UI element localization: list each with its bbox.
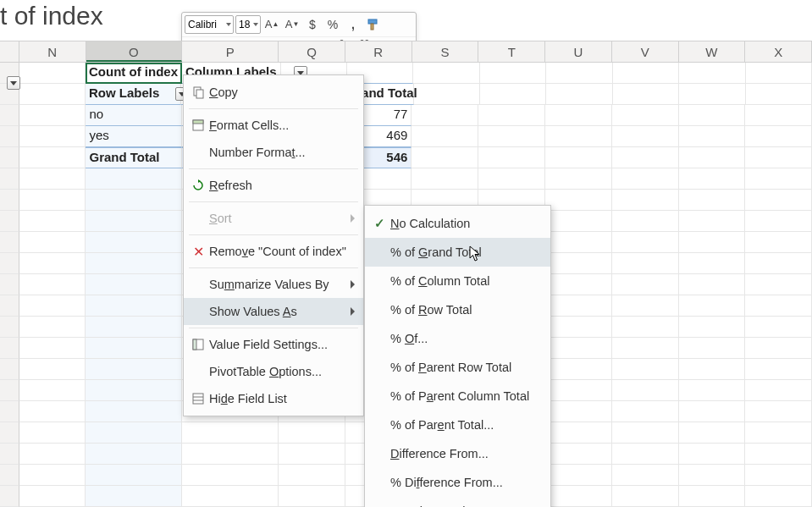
pivot-row-field[interactable]: Row Labels bbox=[86, 84, 181, 105]
cell[interactable] bbox=[19, 486, 86, 507]
sub-pct-column-total[interactable]: % of Column Total bbox=[365, 267, 550, 295]
row-header[interactable] bbox=[0, 190, 19, 211]
cell[interactable] bbox=[279, 422, 345, 444]
cell[interactable] bbox=[19, 295, 86, 317]
cell[interactable] bbox=[19, 105, 86, 126]
cell[interactable] bbox=[612, 190, 679, 211]
cell[interactable] bbox=[86, 401, 182, 422]
cell[interactable] bbox=[545, 444, 612, 465]
cell[interactable] bbox=[545, 338, 612, 359]
cell[interactable] bbox=[612, 253, 679, 274]
sub-pct-parent-column[interactable]: % of Parent Column Total bbox=[365, 382, 550, 411]
format-painter-icon[interactable] bbox=[364, 14, 383, 35]
cell[interactable] bbox=[613, 84, 679, 105]
cell[interactable] bbox=[679, 84, 745, 105]
ctx-copy[interactable]: Copy bbox=[184, 79, 363, 106]
cell[interactable] bbox=[679, 486, 746, 507]
cell[interactable] bbox=[745, 317, 812, 338]
cell[interactable] bbox=[612, 168, 679, 190]
sub-difference-from[interactable]: Difference From... bbox=[365, 439, 550, 468]
cell[interactable] bbox=[86, 486, 182, 507]
cell[interactable] bbox=[478, 105, 545, 126]
sub-no-calculation[interactable]: ✓ No Calculation bbox=[365, 209, 550, 238]
sub-pct-row-total[interactable]: % of Row Total bbox=[365, 295, 550, 324]
decrease-font-icon[interactable]: A▼ bbox=[283, 14, 301, 35]
cell[interactable] bbox=[19, 63, 86, 84]
cell[interactable] bbox=[86, 422, 182, 444]
pivot-row-label[interactable]: no bbox=[86, 105, 182, 126]
cell[interactable] bbox=[612, 422, 679, 444]
cell[interactable] bbox=[182, 422, 279, 444]
cell[interactable] bbox=[746, 63, 812, 84]
cell[interactable] bbox=[612, 465, 679, 486]
pivot-corner-cell[interactable]: Count of index bbox=[86, 63, 182, 84]
row-header[interactable] bbox=[0, 401, 19, 422]
font-size-select[interactable]: 18 bbox=[235, 15, 261, 34]
cell[interactable] bbox=[679, 380, 746, 401]
cell[interactable] bbox=[545, 274, 612, 295]
cell[interactable] bbox=[612, 126, 679, 147]
cell[interactable] bbox=[86, 295, 182, 317]
col-header[interactable]: W bbox=[679, 41, 746, 62]
cell[interactable] bbox=[19, 147, 86, 168]
cell[interactable] bbox=[679, 274, 746, 295]
cell[interactable] bbox=[745, 295, 812, 317]
ctx-show-values-as[interactable]: Show Values As bbox=[184, 298, 363, 325]
row-header[interactable] bbox=[0, 232, 19, 253]
cell[interactable] bbox=[19, 359, 86, 380]
cell[interactable] bbox=[545, 253, 612, 274]
cell[interactable] bbox=[679, 147, 746, 168]
cell[interactable] bbox=[19, 168, 86, 190]
cell[interactable] bbox=[545, 147, 612, 168]
row-header[interactable] bbox=[0, 274, 19, 295]
row-header[interactable] bbox=[0, 147, 19, 168]
cell[interactable] bbox=[86, 465, 182, 486]
font-select[interactable]: Calibri bbox=[185, 15, 234, 34]
row-header[interactable] bbox=[0, 211, 19, 232]
row-header[interactable] bbox=[0, 359, 19, 380]
cell[interactable] bbox=[679, 317, 746, 338]
cell[interactable] bbox=[679, 126, 746, 147]
cell[interactable] bbox=[679, 295, 746, 317]
cell[interactable] bbox=[612, 359, 679, 380]
row-header[interactable] bbox=[0, 253, 19, 274]
cell[interactable] bbox=[745, 444, 812, 465]
cell[interactable] bbox=[612, 317, 679, 338]
row-header[interactable] bbox=[0, 486, 19, 507]
cell[interactable] bbox=[182, 465, 279, 486]
cell[interactable] bbox=[545, 401, 612, 422]
cell[interactable] bbox=[679, 465, 746, 486]
comma-format-icon[interactable]: , bbox=[344, 14, 362, 35]
cell[interactable] bbox=[679, 338, 746, 359]
ctx-pivottable-options[interactable]: PivotTable Options... bbox=[184, 358, 363, 385]
ctx-number-format[interactable]: Number Format... bbox=[184, 139, 363, 166]
cell[interactable] bbox=[480, 63, 546, 84]
col-header[interactable]: S bbox=[412, 41, 479, 62]
cell[interactable] bbox=[279, 486, 345, 507]
cell[interactable] bbox=[679, 211, 746, 232]
cell[interactable] bbox=[86, 211, 182, 232]
cell[interactable] bbox=[19, 338, 86, 359]
autofilter-button[interactable] bbox=[7, 76, 20, 90]
cell[interactable] bbox=[19, 317, 86, 338]
cell[interactable] bbox=[745, 274, 812, 295]
cell[interactable] bbox=[612, 274, 679, 295]
cell[interactable] bbox=[745, 211, 812, 232]
select-all-corner[interactable] bbox=[0, 41, 19, 62]
ctx-value-field-settings[interactable]: Value Field Settings... bbox=[184, 331, 363, 358]
cell[interactable] bbox=[19, 380, 86, 401]
cell[interactable] bbox=[745, 105, 812, 126]
cell[interactable] bbox=[612, 380, 679, 401]
col-header[interactable]: N bbox=[19, 41, 86, 62]
cell[interactable] bbox=[86, 168, 182, 190]
cell[interactable] bbox=[86, 380, 182, 401]
cell[interactable] bbox=[679, 444, 746, 465]
sub-pct-difference-from[interactable]: % Difference From... bbox=[365, 468, 550, 497]
cell[interactable] bbox=[745, 380, 812, 401]
cell[interactable] bbox=[746, 84, 812, 105]
cell[interactable] bbox=[413, 63, 479, 84]
sub-running-total[interactable]: Running Total In... bbox=[365, 497, 550, 507]
cell[interactable] bbox=[545, 211, 612, 232]
cell[interactable] bbox=[612, 232, 679, 253]
cell[interactable] bbox=[679, 190, 746, 211]
